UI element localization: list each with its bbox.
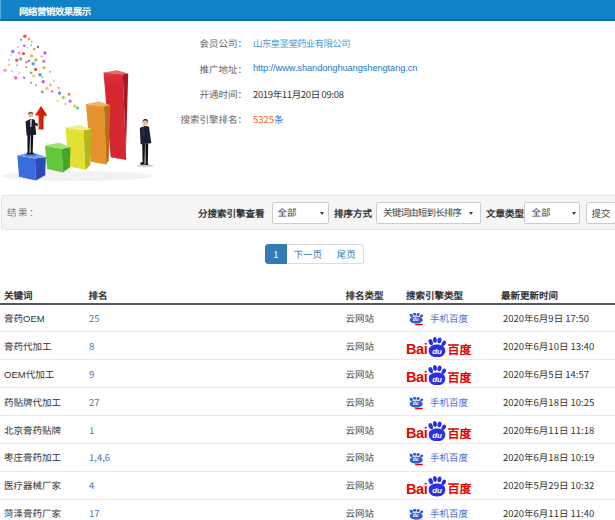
svg-text:du: du [432,347,442,356]
svg-text:du: du [432,375,442,384]
svg-text:du: du [432,431,442,440]
svg-text:du: du [413,401,419,406]
svg-text:du: du [413,457,419,462]
svg-text:du: du [432,487,442,496]
svg-text:du: du [413,318,419,323]
svg-text:du: du [413,513,419,518]
